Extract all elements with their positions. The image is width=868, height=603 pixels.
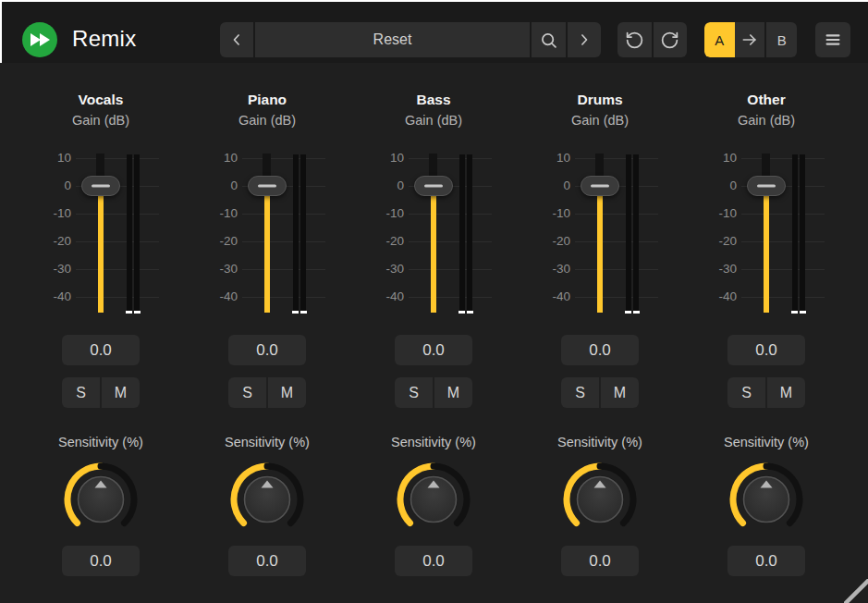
- preset-name[interactable]: Reset: [255, 22, 530, 57]
- gain-fader-track-fill[interactable]: [597, 186, 603, 313]
- solo-button[interactable]: S: [395, 377, 433, 408]
- fast-forward-icon: [22, 22, 57, 57]
- fader-scale-tick: 10: [201, 151, 238, 166]
- gain-fader-track-fill[interactable]: [431, 186, 436, 313]
- resize-grip[interactable]: [844, 579, 868, 603]
- window-left-edge: [0, 0, 2, 63]
- channel-strip: Drums Gain (dB) 10 0 -10 -20 -30 -40 0.0…: [517, 83, 683, 603]
- gain-value-field[interactable]: 0.0: [228, 335, 306, 365]
- gain-fader-track-fill[interactable]: [764, 186, 769, 313]
- gain-value-field[interactable]: 0.0: [727, 335, 805, 365]
- fader-scale-tick: -40: [533, 289, 570, 304]
- solo-button[interactable]: S: [62, 377, 100, 408]
- sensitivity-knob[interactable]: [556, 455, 644, 544]
- fader-scale-tick: -10: [34, 206, 71, 221]
- sensitivity-knob[interactable]: [56, 455, 145, 544]
- app-logo: [22, 22, 57, 57]
- sensitivity-knob[interactable]: [223, 455, 312, 544]
- meter-peak-dash-left: [126, 311, 132, 314]
- title-bar: Remix Reset A: [0, 0, 868, 63]
- fader-scale-tick: -10: [367, 206, 404, 221]
- compare-b-button[interactable]: B: [766, 22, 797, 57]
- fader-scale-tick: 0: [201, 178, 238, 193]
- menu-button[interactable]: [815, 22, 850, 57]
- level-meter-right: [300, 154, 306, 313]
- gain-value-field[interactable]: 0.0: [561, 335, 639, 365]
- sensitivity-value-field[interactable]: 0.0: [727, 546, 805, 576]
- fader-gridline: [741, 269, 825, 270]
- fader-scale-tick: -30: [533, 262, 570, 277]
- meter-peak-dash-right: [134, 311, 141, 314]
- solo-mute-group: S M: [727, 377, 805, 408]
- solo-button[interactable]: S: [561, 377, 599, 408]
- mute-button[interactable]: M: [767, 377, 805, 408]
- compare-a-button[interactable]: A: [704, 22, 735, 57]
- channel-param-label: Gain (dB): [350, 113, 517, 128]
- sensitivity-value-field[interactable]: 0.0: [62, 546, 140, 576]
- undo-button[interactable]: [617, 22, 652, 57]
- fader-scale-tick: -20: [34, 234, 71, 249]
- copy-a-to-b-button[interactable]: [735, 22, 765, 57]
- window-top-edge: [0, 0, 868, 2]
- fader-scale-tick: 0: [700, 178, 737, 193]
- fader-scale-tick: -20: [533, 234, 570, 249]
- fader-gridline: [76, 158, 159, 159]
- fader-gridline: [741, 241, 825, 242]
- gain-fader-handle[interactable]: [581, 176, 619, 196]
- gain-fader-handle[interactable]: [747, 176, 786, 196]
- mute-button[interactable]: M: [102, 377, 140, 408]
- channel-name: Piano: [184, 92, 350, 108]
- solo-button[interactable]: S: [727, 377, 765, 408]
- meter-peak-dash-right: [633, 311, 640, 314]
- ab-compare: A B: [704, 22, 797, 57]
- fader-gridline: [741, 214, 825, 215]
- sensitivity-knob[interactable]: [722, 455, 811, 544]
- fader-gridline: [409, 269, 492, 270]
- fader-scale-tick: -20: [700, 234, 737, 249]
- fader-gridline: [575, 297, 658, 298]
- fader-scale-tick: -10: [201, 206, 238, 221]
- fader-gridline: [76, 269, 159, 270]
- fader-scale-tick: -20: [367, 234, 404, 249]
- gain-value-field[interactable]: 0.0: [62, 335, 140, 365]
- sensitivity-value-field[interactable]: 0.0: [561, 546, 639, 576]
- fader-scale-tick: 10: [533, 151, 570, 166]
- preset-prev-button[interactable]: [220, 22, 253, 57]
- meter-peak-dash-left: [292, 311, 299, 314]
- gain-fader-handle[interactable]: [414, 176, 453, 196]
- mute-button[interactable]: M: [434, 377, 472, 408]
- sensitivity-value-field[interactable]: 0.0: [228, 546, 306, 576]
- solo-mute-group: S M: [561, 377, 639, 408]
- fader-gridline: [409, 241, 492, 242]
- gain-fader-handle[interactable]: [81, 176, 120, 196]
- fader-scale-tick: -40: [700, 289, 737, 304]
- gain-fader-track-fill[interactable]: [264, 186, 270, 313]
- fader-gridline: [741, 297, 825, 298]
- fader-scale-tick: 0: [367, 178, 404, 193]
- sensitivity-value-field[interactable]: 0.0: [395, 546, 472, 576]
- fader-gridline: [575, 269, 658, 270]
- gain-fader-handle[interactable]: [248, 176, 287, 196]
- redo-button[interactable]: [654, 22, 688, 57]
- channel-strip: Other Gain (dB) 10 0 -10 -20 -30 -40 0.0…: [683, 83, 850, 603]
- fader-gridline: [76, 241, 159, 242]
- meter-peak-dash-left: [625, 311, 631, 314]
- solo-mute-group: S M: [228, 377, 306, 408]
- solo-mute-group: S M: [395, 377, 472, 408]
- meter-peak-dash-left: [458, 311, 465, 314]
- gain-fader-track-fill[interactable]: [98, 186, 104, 313]
- preset-bar: Reset: [220, 22, 601, 57]
- preset-next-button[interactable]: [568, 22, 601, 57]
- sensitivity-knob[interactable]: [389, 455, 478, 544]
- chevron-left-icon: [227, 31, 246, 49]
- gain-value-field[interactable]: 0.0: [395, 335, 472, 365]
- solo-button[interactable]: S: [228, 377, 266, 408]
- fader-gridline: [242, 241, 325, 242]
- level-meter-left: [459, 154, 465, 313]
- resize-grip-icon: [844, 579, 868, 603]
- preset-search-button[interactable]: [532, 22, 566, 57]
- mute-button[interactable]: M: [601, 377, 639, 408]
- mute-button[interactable]: M: [268, 377, 306, 408]
- fader-gridline: [242, 297, 325, 298]
- fader-scale-tick: 0: [533, 178, 570, 193]
